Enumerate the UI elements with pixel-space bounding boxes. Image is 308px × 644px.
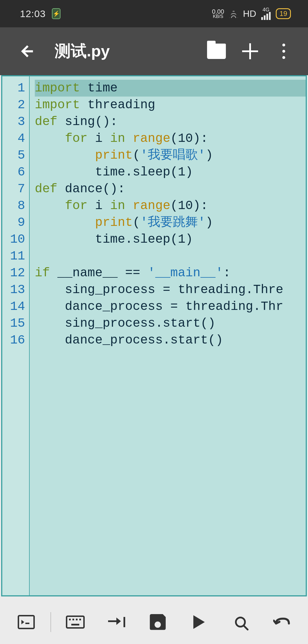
- back-button[interactable]: [11, 36, 43, 67]
- wifi-icon: [229, 9, 238, 18]
- folder-icon: [207, 44, 226, 59]
- more-vertical-icon: [282, 44, 285, 59]
- new-button[interactable]: [234, 36, 266, 67]
- line-number: 7: [2, 181, 25, 197]
- app-bar: 测试.py: [0, 27, 308, 75]
- code-token: import: [35, 81, 80, 95]
- code-token: print: [95, 148, 133, 162]
- code-token: [35, 148, 95, 162]
- line-number: 6: [2, 164, 25, 181]
- code-line[interactable]: def sing():: [35, 113, 306, 130]
- code-token: [35, 215, 95, 230]
- battery-percent: 19: [279, 10, 287, 17]
- code-line[interactable]: def dance():: [35, 181, 306, 197]
- code-line[interactable]: sing_process = threading.Thre: [35, 281, 306, 298]
- line-number: 16: [2, 332, 25, 349]
- code-token: def: [35, 115, 57, 129]
- code-area[interactable]: import timeimport threadingdef sing(): f…: [30, 76, 306, 595]
- code-token: import: [35, 98, 80, 112]
- signal-bars-icon: [261, 12, 271, 20]
- code-token: if: [35, 266, 50, 280]
- code-line[interactable]: dance_process.start(): [35, 332, 306, 349]
- code-line[interactable]: if __name__ == '__main__':: [35, 265, 306, 281]
- code-token: i: [88, 199, 110, 213]
- code-token: dance_process = threading.Thr: [35, 299, 283, 314]
- code-token: sing_process = threading.Thre: [35, 283, 283, 297]
- code-token: [35, 131, 65, 146]
- status-bar: 12:03 ⚡ 0.00 KB/S HD 4G 19: [0, 0, 308, 27]
- cellular-signal-indicator: 4G: [261, 7, 271, 20]
- code-token: '__main__': [148, 266, 223, 280]
- play-icon: [193, 615, 205, 629]
- code-token: in: [110, 131, 125, 146]
- signal-label: 4G: [263, 7, 270, 12]
- folder-button[interactable]: [201, 36, 232, 67]
- line-number: 9: [2, 214, 25, 231]
- code-line[interactable]: [35, 248, 306, 265]
- code-token: ): [205, 148, 213, 162]
- status-left: 12:03 ⚡: [20, 8, 60, 19]
- code-token: '我要唱歌': [140, 148, 206, 162]
- code-token: for: [65, 199, 88, 213]
- arrow-left-icon: [19, 43, 35, 60]
- undo-button[interactable]: [265, 605, 299, 639]
- keyboard-button[interactable]: [58, 605, 92, 639]
- line-number: 4: [2, 130, 25, 147]
- code-token: time.sleep(1): [35, 232, 193, 246]
- code-token: for: [65, 131, 88, 146]
- code-token: sing_process.start(): [35, 316, 216, 330]
- code-token: (: [133, 215, 140, 230]
- line-number: 10: [2, 231, 25, 248]
- terminal-icon: [18, 615, 35, 629]
- line-number: 8: [2, 197, 25, 214]
- code-token: in: [110, 199, 125, 213]
- code-line[interactable]: print('我要唱歌'): [35, 147, 306, 164]
- status-clock: 12:03: [20, 8, 46, 19]
- code-token: print: [95, 215, 133, 230]
- code-line[interactable]: dance_process = threading.Thr: [35, 298, 306, 315]
- code-line[interactable]: for i in range(10):: [35, 130, 306, 147]
- code-line[interactable]: import time: [35, 80, 306, 97]
- code-token: (10):: [170, 199, 208, 213]
- code-token: ): [205, 215, 213, 230]
- code-token: time.sleep(1): [35, 165, 193, 179]
- indent-button[interactable]: [100, 605, 134, 639]
- code-line[interactable]: import threading: [35, 97, 306, 113]
- code-token: '我要跳舞': [140, 215, 206, 230]
- code-token: :: [223, 266, 230, 280]
- run-button[interactable]: [182, 605, 216, 639]
- code-token: (10):: [170, 131, 208, 146]
- terminal-button[interactable]: [9, 605, 43, 639]
- code-token: __name__ ==: [50, 266, 148, 280]
- line-number: 12: [2, 265, 25, 281]
- line-number: 11: [2, 248, 25, 265]
- line-number: 14: [2, 298, 25, 315]
- net-speed-unit: KB/S: [212, 15, 224, 19]
- line-number: 13: [2, 281, 25, 298]
- indent-icon: [108, 616, 125, 628]
- status-right: 0.00 KB/S HD 4G 19: [212, 7, 291, 20]
- code-token: (: [133, 148, 140, 162]
- net-speed-value: 0.00: [212, 9, 224, 15]
- code-line[interactable]: time.sleep(1): [35, 231, 306, 248]
- save-button[interactable]: [141, 605, 175, 639]
- code-token: [35, 199, 65, 213]
- line-number: 2: [2, 97, 25, 113]
- undo-icon: [273, 616, 290, 628]
- file-title: 测试.py: [55, 40, 198, 62]
- code-token: range: [133, 131, 170, 146]
- search-button[interactable]: [223, 605, 258, 639]
- more-button[interactable]: [268, 36, 299, 67]
- code-editor[interactable]: 12345678910111213141516 import timeimpor…: [1, 75, 307, 596]
- line-number: 15: [2, 315, 25, 332]
- code-token: [80, 98, 87, 112]
- code-line[interactable]: time.sleep(1): [35, 164, 306, 181]
- line-number-gutter: 12345678910111213141516: [2, 76, 30, 595]
- code-token: i: [88, 131, 110, 146]
- code-line[interactable]: for i in range(10):: [35, 197, 306, 214]
- search-icon: [235, 617, 246, 627]
- code-line[interactable]: print('我要跳舞'): [35, 214, 306, 231]
- code-line[interactable]: sing_process.start(): [35, 315, 306, 332]
- code-token: time: [88, 81, 118, 95]
- code-token: dance_process.start(): [35, 333, 223, 347]
